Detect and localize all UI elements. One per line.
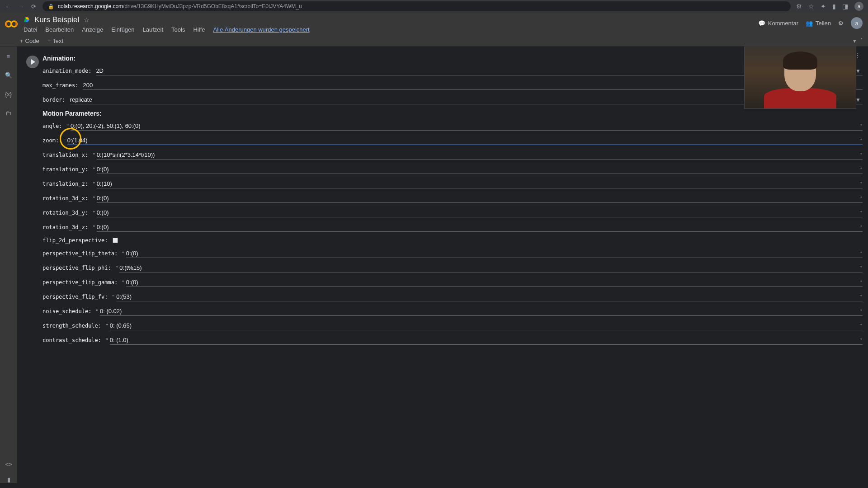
panel-icon[interactable]: ▮ (832, 3, 836, 10)
menu-bar: Datei Bearbeiten Anzeige Einfügen Laufze… (24, 26, 310, 36)
input-rotation-3d-y[interactable] (97, 208, 863, 217)
add-text-button[interactable]: +Text (47, 38, 63, 44)
variables-icon[interactable]: {x} (5, 90, 13, 98)
run-button[interactable] (26, 56, 39, 68)
form-cell: ↑ ↓ ⇔ ✎ ◧ 🗑 ⋮ Animation: animation_mode:… (23, 52, 863, 345)
input-rotation-3d-x[interactable] (97, 194, 863, 203)
field-translation-x: translation_x: " " (42, 150, 863, 160)
field-translation-y: translation_y: " " (42, 165, 863, 174)
search-icon[interactable]: 🔍 (5, 71, 13, 79)
webcam-overlay (744, 47, 856, 109)
select-border[interactable]: replicate (70, 95, 863, 104)
share-button[interactable]: 👥 Teilen (806, 20, 831, 27)
input-zoom[interactable] (67, 136, 863, 145)
quote-close: " (859, 181, 862, 188)
bookmark-icon[interactable]: ☆ (808, 3, 814, 10)
input-perspective-flip-fv[interactable] (116, 292, 863, 301)
input-angle[interactable] (71, 122, 863, 131)
quote-open: " (63, 137, 66, 144)
input-perspective-flip-theta[interactable] (126, 249, 863, 258)
code-snippets-icon[interactable]: <> (5, 460, 13, 468)
label: perspective_flip_phi: (42, 265, 111, 271)
field-perspective-flip-theta: perspective_flip_theta: " " (42, 249, 863, 258)
quote-close: " (859, 294, 862, 300)
quote-open: " (96, 308, 98, 315)
field-max-frames: max_frames: (42, 81, 863, 90)
quote-close: " (859, 137, 862, 144)
quote-open: " (93, 224, 95, 231)
label: translation_z: (42, 181, 88, 187)
menu-hilfe[interactable]: Hilfe (193, 26, 205, 33)
input-translation-y[interactable] (97, 165, 863, 174)
field-animation-mode: animation_mode: 2D ▼ (42, 66, 863, 75)
label: animation_mode: (42, 68, 91, 74)
doc-title[interactable]: Kurs Beispiel (34, 15, 79, 24)
colab-logo[interactable] (5, 17, 18, 31)
label: angle: (42, 123, 62, 129)
left-rail: ≡ 🔍 {x} 🗀 <> ▮ (0, 47, 17, 483)
quote-open: " (93, 181, 95, 188)
extensions-icon[interactable]: ✦ (821, 3, 826, 10)
menu-laufzeit[interactable]: Laufzeit (143, 26, 164, 33)
input-translation-x[interactable] (97, 150, 863, 160)
quote-open: " (93, 152, 95, 159)
forward-icon: → (17, 3, 24, 10)
input-rotation-3d-z[interactable] (97, 223, 863, 232)
quote-open: " (106, 337, 108, 344)
add-code-button[interactable]: +Code (20, 38, 39, 44)
drive-icon (24, 17, 30, 23)
quote-open: " (106, 323, 108, 329)
quote-close: " (859, 210, 862, 216)
field-flip-2d-perspective: flip_2d_perspective: (42, 237, 863, 244)
header-title-block: Kurs Beispiel ☆ Datei Bearbeiten Anzeige… (24, 15, 310, 36)
label: border: (42, 97, 66, 103)
comment-button[interactable]: 💬 Kommentar (758, 20, 798, 27)
url-bar[interactable]: 🔒 colab.research.google.com/drive/13G9KH… (42, 1, 791, 11)
terminal-icon[interactable]: ▮ (5, 475, 13, 483)
back-icon[interactable]: ← (5, 3, 12, 10)
checkbox-flip-2d[interactable] (113, 238, 118, 243)
collapse-icon[interactable]: ˆ (861, 38, 863, 44)
star-icon[interactable]: ☆ (84, 16, 90, 23)
profile-avatar[interactable]: a (854, 2, 863, 11)
label: zoom: (42, 137, 59, 144)
reload-icon[interactable]: ⟳ (30, 3, 37, 10)
input-perspective-flip-gamma[interactable] (126, 278, 863, 287)
input-contrast-schedule[interactable] (110, 336, 863, 345)
section-motion: Motion Parameters: (42, 110, 863, 117)
user-avatar[interactable]: a (851, 17, 863, 29)
saved-status[interactable]: Alle Änderungen wurden gespeichert (213, 26, 309, 33)
label: max_frames: (42, 82, 78, 89)
quote-close: " (859, 250, 862, 257)
input-noise-schedule[interactable] (100, 307, 863, 316)
menu-bearbeiten[interactable]: Bearbeiten (45, 26, 74, 33)
menu-datei[interactable]: Datei (24, 26, 37, 33)
quote-open: " (113, 294, 115, 300)
browser-right-icons: ⚙ ☆ ✦ ▮ ◨ a (796, 2, 863, 11)
input-translation-z[interactable] (97, 179, 863, 188)
field-rotation-3d-z: rotation_3d_z: " " (42, 223, 863, 232)
dropdown-icon[interactable]: ▾ (853, 38, 856, 44)
header-right: 💬 Kommentar 👥 Teilen ⚙ a (758, 17, 863, 29)
toc-icon[interactable]: ≡ (5, 52, 13, 60)
input-perspective-flip-phi[interactable] (119, 263, 863, 272)
files-icon[interactable]: 🗀 (5, 109, 13, 117)
quote-open: " (93, 210, 95, 216)
label: contrast_schedule: (42, 337, 101, 343)
label: translation_y: (42, 166, 88, 173)
label: rotation_3d_z: (42, 224, 88, 230)
menu-einfuegen[interactable]: Einfügen (111, 26, 134, 33)
translate-icon[interactable]: ⚙ (796, 3, 802, 10)
menu-anzeige[interactable]: Anzeige (82, 26, 103, 33)
comment-icon: 💬 (758, 20, 765, 27)
label: translation_x: (42, 152, 88, 158)
input-strength-schedule[interactable] (110, 321, 863, 330)
settings-icon[interactable]: ⚙ (838, 20, 844, 27)
quote-close: " (859, 308, 862, 315)
quote-close: " (859, 279, 862, 286)
field-strength-schedule: strength_schedule: " " (42, 321, 863, 330)
quote-close: " (859, 152, 862, 159)
field-rotation-3d-x: rotation_3d_x: " " (42, 194, 863, 203)
menu-tools[interactable]: Tools (171, 26, 185, 33)
sidepanel-icon[interactable]: ◨ (842, 3, 848, 10)
